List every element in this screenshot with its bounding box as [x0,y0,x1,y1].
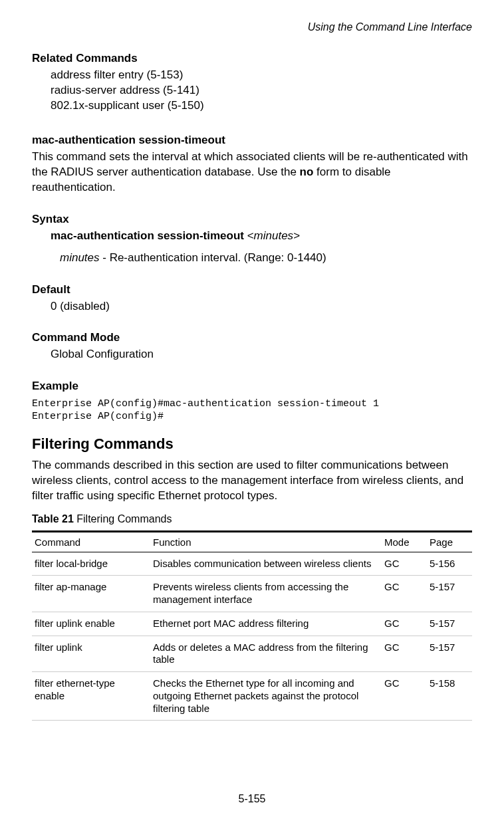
col-header-page: Page [427,531,472,552]
syntax-heading: Syntax [32,213,472,226]
table-title: Filtering Commands [74,513,172,525]
table-header-row: Command Function Mode Page [32,531,472,552]
cell-function: Prevents wireless clients from accessing… [150,576,382,612]
cell-command: filter ethernet-type enable [32,672,150,721]
related-command-item: address filter entry (5-153) [51,68,472,83]
cell-command: filter ap-manage [32,576,150,612]
command-mode-heading: Command Mode [32,331,472,344]
cell-command: filter local-bridge [32,552,150,576]
table-row: filter uplink Adds or deletes a MAC addr… [32,636,472,672]
table-row: filter local-bridge Disables communicati… [32,552,472,576]
page-header: Using the Command Line Interface [32,21,472,33]
mac-auth-heading: mac-authentication session-timeout [32,134,472,147]
col-header-command: Command [32,531,150,552]
syntax-arg-desc: minutes - Re-authentication interval. (R… [32,251,472,266]
command-mode-value: Global Configuration [32,347,472,362]
page-number: 5-155 [0,793,504,805]
cell-function: Disables communication between wireless … [150,552,382,576]
cell-function: Ethernet port MAC address filtering [150,612,382,636]
table-row: filter ap-manage Prevents wireless clien… [32,576,472,612]
cell-mode: GC [382,672,427,721]
col-header-function: Function [150,531,382,552]
cell-page: 5-158 [427,672,472,721]
filtering-commands-desc: The commands described in this section a… [32,458,472,504]
filtering-commands-heading: Filtering Commands [32,435,472,453]
col-header-mode: Mode [382,531,427,552]
mac-auth-desc-pre: This command sets the interval at which … [32,150,468,178]
table-caption: Table 21 Filtering Commands [32,513,472,525]
cell-page: 5-157 [427,612,472,636]
example-heading: Example [32,380,472,393]
cell-page: 5-157 [427,576,472,612]
page-container: Using the Command Line Interface Related… [0,0,504,817]
minutes-label: minutes [60,251,100,264]
cell-function: Adds or deletes a MAC address from the f… [150,636,382,672]
cell-mode: GC [382,552,427,576]
related-commands-heading: Related Commands [32,52,472,65]
default-heading: Default [32,283,472,296]
table-row: filter ethernet-type enable Checks the E… [32,672,472,721]
cell-mode: GC [382,612,427,636]
filtering-commands-table: Command Function Mode Page filter local-… [32,530,472,721]
cell-mode: GC [382,636,427,672]
cell-mode: GC [382,576,427,612]
syntax-command: mac-authentication session-timeout [51,229,244,242]
mac-auth-description: This command sets the interval at which … [32,150,472,195]
syntax-arg-close: > [293,229,300,242]
minutes-desc: - Re-authentication interval. (Range: 0-… [100,251,326,264]
table-row: filter uplink enable Ethernet port MAC a… [32,612,472,636]
mac-auth-desc-bold: no [300,166,314,178]
syntax-line: mac-authentication session-timeout <minu… [32,229,472,244]
default-value: 0 (disabled) [32,299,472,314]
cell-command: filter uplink enable [32,612,150,636]
cell-page: 5-156 [427,552,472,576]
syntax-arg: minutes [254,229,294,242]
related-command-item: 802.1x-supplicant user (5-150) [51,98,472,114]
syntax-arg-open: < [244,229,254,242]
related-commands-list: address filter entry (5-153) radius-serv… [32,68,472,114]
table-number: Table 21 [32,513,74,525]
related-command-item: radius-server address (5-141) [51,83,472,98]
example-code-block: Enterprise AP(config)#mac-authentication… [32,398,472,423]
cell-page: 5-157 [427,636,472,672]
cell-function: Checks the Ethernet type for all incomin… [150,672,382,721]
cell-command: filter uplink [32,636,150,672]
